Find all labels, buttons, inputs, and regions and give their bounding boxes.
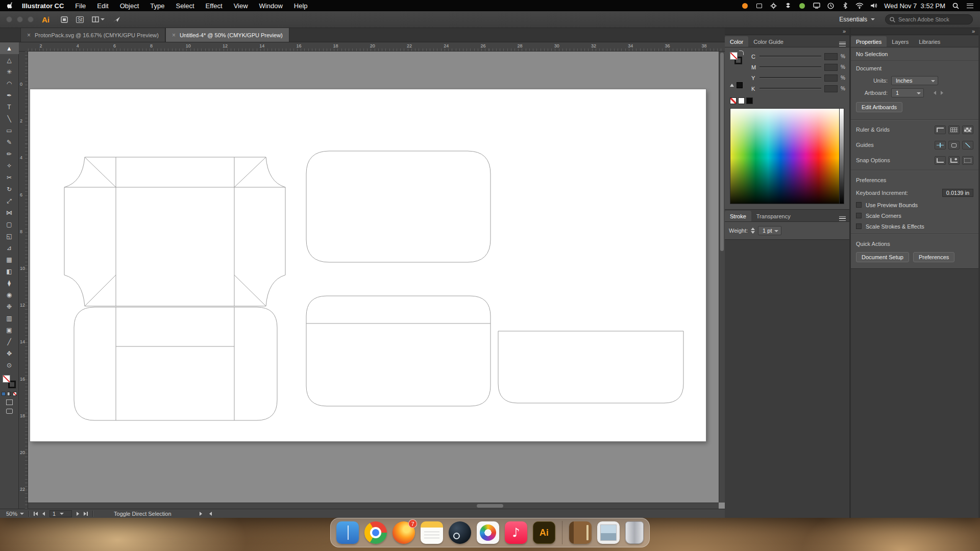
zoom-level-select[interactable]: 50% xyxy=(6,511,24,517)
bridge-icon[interactable] xyxy=(61,16,68,23)
channel-slider[interactable] xyxy=(760,88,821,89)
color-button[interactable] xyxy=(2,392,6,396)
slice-tool[interactable]: ╱ xyxy=(0,336,19,347)
ledger-dock-icon[interactable] xyxy=(569,521,592,544)
zoom-tool[interactable]: ⊙ xyxy=(0,359,19,371)
firefox-dock-icon[interactable]: 7 xyxy=(393,521,415,544)
music-dock-icon[interactable] xyxy=(505,521,527,544)
menu-object[interactable]: Object xyxy=(120,2,139,10)
scale-strokes-effects-checkbox[interactable] xyxy=(856,223,862,229)
dropbox-icon[interactable] xyxy=(784,2,792,10)
illustrator-dock-icon[interactable]: Ai xyxy=(533,521,555,544)
menu-window[interactable]: Window xyxy=(259,2,283,10)
magic-wand-tool[interactable]: ✳ xyxy=(0,66,19,78)
collapse-panels-icon[interactable]: » xyxy=(972,29,975,34)
search-input[interactable] xyxy=(898,16,965,22)
free-transform-tool[interactable]: ▢ xyxy=(0,218,19,230)
previous-artboard-button[interactable] xyxy=(42,512,45,516)
next-artboard-button[interactable] xyxy=(77,512,79,516)
menu-type[interactable]: Type xyxy=(150,2,164,10)
smart-guides-icon[interactable] xyxy=(962,141,973,149)
shape-builder-tool[interactable]: ◱ xyxy=(0,230,19,242)
close-tab-icon[interactable]: × xyxy=(27,32,31,38)
snap-to-pixel-icon[interactable] xyxy=(962,156,973,165)
apple-menu-icon[interactable] xyxy=(7,2,14,10)
tab-untitled-4[interactable]: × Untitled-4* @ 50% (CMYK/GPU Preview) xyxy=(165,28,289,42)
tab-properties[interactable]: Properties xyxy=(851,36,887,47)
shaper-tool[interactable]: ✧ xyxy=(0,160,19,171)
units-select[interactable]: Inches xyxy=(891,76,938,85)
pen-tool[interactable]: ✒ xyxy=(0,89,19,101)
spotlight-search-icon[interactable] xyxy=(952,2,960,10)
tab-stroke[interactable]: Stroke xyxy=(725,211,751,221)
pumpkin-icon[interactable] xyxy=(741,2,749,10)
lasso-tool[interactable]: ◠ xyxy=(0,78,19,89)
active-app-name[interactable]: Illustrator CC xyxy=(22,2,64,10)
screen-grid-icon[interactable] xyxy=(755,2,763,10)
fill-color-swatch[interactable] xyxy=(3,375,10,383)
symbol-sprayer-tool[interactable]: ❉ xyxy=(0,300,19,312)
display-icon[interactable] xyxy=(813,2,820,10)
preferences-button[interactable]: Preferences xyxy=(913,252,954,262)
weight-select[interactable]: 1 pt xyxy=(758,226,781,235)
menu-edit[interactable]: Edit xyxy=(97,2,108,10)
time-machine-icon[interactable] xyxy=(827,2,835,10)
snap-to-grid-icon[interactable] xyxy=(935,156,946,165)
transparency-grid-icon[interactable] xyxy=(962,126,973,134)
rectangle-tool[interactable]: ▭ xyxy=(0,124,19,136)
fill-swatch-none[interactable] xyxy=(730,52,738,60)
direct-selection-tool[interactable]: △ xyxy=(0,54,19,66)
horizontal-scrollbar[interactable] xyxy=(28,503,719,509)
leaf-icon[interactable] xyxy=(798,2,806,10)
notification-center-icon[interactable] xyxy=(966,2,974,10)
trash-dock-icon[interactable] xyxy=(625,521,644,544)
tab-transparency[interactable]: Transparency xyxy=(751,211,796,221)
bluetooth-icon[interactable] xyxy=(841,2,849,10)
hand-tool[interactable]: ✥ xyxy=(0,347,19,359)
notes-dock-icon[interactable] xyxy=(421,521,443,544)
status-back-icon[interactable] xyxy=(209,512,212,516)
menu-help[interactable]: Help xyxy=(294,2,308,10)
artboard-tool[interactable]: ▣ xyxy=(0,324,19,336)
gear-icon[interactable] xyxy=(770,2,777,10)
scale-corners-checkbox[interactable] xyxy=(856,213,862,218)
channel-value-field[interactable] xyxy=(824,85,838,92)
color-spectrum[interactable] xyxy=(730,108,844,204)
tab-layers[interactable]: Layers xyxy=(887,36,914,47)
next-artboard-icon[interactable] xyxy=(941,91,943,95)
close-window-button[interactable] xyxy=(6,16,12,22)
panel-menu-icon[interactable] xyxy=(839,214,846,223)
keyboard-increment-field[interactable]: 0.0139 in xyxy=(942,189,973,197)
menu-bar-clock[interactable]: Wed Nov 7 3:52 PM xyxy=(884,2,945,10)
draw-mode-button[interactable] xyxy=(6,399,13,405)
steam-dock-icon[interactable] xyxy=(449,521,471,544)
menu-select[interactable]: Select xyxy=(176,2,194,10)
canvas-viewport[interactable] xyxy=(28,52,725,509)
vertical-scroll-thumb[interactable] xyxy=(720,53,724,251)
show-guides-icon[interactable] xyxy=(935,141,946,149)
black-swatch[interactable] xyxy=(746,97,753,104)
type-tool[interactable]: T xyxy=(0,101,19,113)
status-play-icon[interactable] xyxy=(200,512,202,516)
tab-libraries[interactable]: Libraries xyxy=(914,36,945,47)
wifi-icon[interactable] xyxy=(855,2,863,10)
channel-slider[interactable] xyxy=(760,77,821,79)
edit-artboards-button[interactable]: Edit Artboards xyxy=(856,102,902,112)
minimize-window-button[interactable] xyxy=(17,16,23,22)
arrange-documents-icon[interactable] xyxy=(92,16,105,22)
horizontal-ruler[interactable]: 2468101214161820222426283032343638 xyxy=(19,42,725,52)
swap-fill-stroke-icon[interactable] xyxy=(739,51,744,55)
perspective-grid-tool[interactable]: ⊿ xyxy=(0,242,19,254)
white-swatch[interactable] xyxy=(738,97,745,104)
current-stroke-color[interactable] xyxy=(737,82,743,88)
collapse-panels-icon[interactable]: » xyxy=(843,29,846,34)
vertical-ruler[interactable]: 0246810121416182022 xyxy=(19,52,28,509)
zoom-window-button[interactable] xyxy=(28,16,34,22)
show-rulers-icon[interactable] xyxy=(935,126,946,134)
adobe-stock-search[interactable] xyxy=(885,14,973,24)
panel-menu-icon[interactable] xyxy=(839,39,846,48)
last-artboard-button[interactable] xyxy=(84,512,88,516)
show-grid-icon[interactable] xyxy=(948,126,960,134)
default-colors-icon[interactable] xyxy=(730,84,734,87)
channel-slider[interactable] xyxy=(760,66,821,68)
